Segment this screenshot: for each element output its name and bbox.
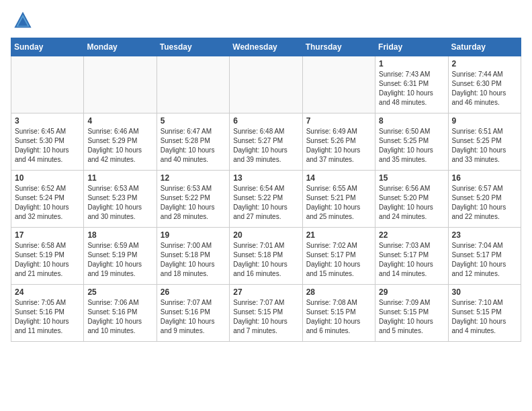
day-number: 30 (452, 287, 517, 297)
calendar-cell: 29Sunrise: 7:09 AM Sunset: 5:15 PM Dayli… (375, 285, 448, 342)
day-info: Sunrise: 7:01 AM Sunset: 5:18 PM Dayligh… (233, 241, 298, 279)
day-info: Sunrise: 6:58 AM Sunset: 5:19 PM Dayligh… (15, 241, 80, 279)
day-number: 7 (306, 116, 371, 126)
day-number: 16 (452, 173, 517, 183)
calendar-cell: 2Sunrise: 7:44 AM Sunset: 6:30 PM Daylig… (448, 56, 521, 113)
day-info: Sunrise: 7:05 AM Sunset: 5:16 PM Dayligh… (15, 298, 80, 336)
day-info: Sunrise: 7:07 AM Sunset: 5:16 PM Dayligh… (161, 298, 226, 336)
calendar-cell (302, 56, 375, 113)
page-header (11, 11, 521, 32)
calendar-cell: 10Sunrise: 6:52 AM Sunset: 5:24 PM Dayli… (11, 171, 84, 228)
calendar-cell (157, 56, 229, 113)
calendar-cell: 26Sunrise: 7:07 AM Sunset: 5:16 PM Dayli… (157, 285, 229, 342)
calendar-cell (11, 56, 84, 113)
calendar-cell: 7Sunrise: 6:49 AM Sunset: 5:26 PM Daylig… (302, 113, 375, 171)
day-number: 15 (379, 173, 444, 183)
calendar-header: SundayMondayTuesdayWednesdayThursdayFrid… (11, 38, 521, 56)
calendar-week-0: 1Sunrise: 7:43 AM Sunset: 6:31 PM Daylig… (11, 56, 521, 113)
calendar-cell: 16Sunrise: 6:57 AM Sunset: 5:20 PM Dayli… (448, 171, 521, 228)
day-number: 2 (452, 59, 517, 68)
day-info: Sunrise: 6:45 AM Sunset: 5:30 PM Dayligh… (15, 127, 80, 165)
calendar-week-1: 3Sunrise: 6:45 AM Sunset: 5:30 PM Daylig… (11, 113, 521, 171)
day-info: Sunrise: 7:00 AM Sunset: 5:18 PM Dayligh… (161, 241, 226, 279)
day-info: Sunrise: 7:08 AM Sunset: 5:15 PM Dayligh… (306, 298, 371, 336)
day-number: 20 (233, 230, 298, 240)
calendar-body: 1Sunrise: 7:43 AM Sunset: 6:31 PM Daylig… (11, 56, 521, 342)
weekday-header-sunday: Sunday (11, 38, 84, 56)
day-info: Sunrise: 6:50 AM Sunset: 5:25 PM Dayligh… (379, 127, 444, 165)
calendar-cell: 23Sunrise: 7:04 AM Sunset: 5:17 PM Dayli… (448, 228, 521, 285)
calendar-cell: 12Sunrise: 6:53 AM Sunset: 5:22 PM Dayli… (157, 171, 229, 228)
logo (11, 11, 32, 32)
day-number: 21 (306, 230, 371, 240)
day-number: 10 (15, 173, 80, 183)
calendar-cell: 5Sunrise: 6:47 AM Sunset: 5:28 PM Daylig… (157, 113, 229, 171)
calendar-cell: 17Sunrise: 6:58 AM Sunset: 5:19 PM Dayli… (11, 228, 84, 285)
calendar-cell: 24Sunrise: 7:05 AM Sunset: 5:16 PM Dayli… (11, 285, 84, 342)
calendar-cell: 13Sunrise: 6:54 AM Sunset: 5:22 PM Dayli… (230, 171, 302, 228)
weekday-header-friday: Friday (375, 38, 448, 56)
day-info: Sunrise: 6:48 AM Sunset: 5:27 PM Dayligh… (233, 127, 298, 165)
day-info: Sunrise: 7:44 AM Sunset: 6:30 PM Dayligh… (452, 70, 517, 107)
calendar-cell: 22Sunrise: 7:03 AM Sunset: 5:17 PM Dayli… (375, 228, 448, 285)
day-info: Sunrise: 7:04 AM Sunset: 5:17 PM Dayligh… (452, 241, 517, 279)
day-number: 13 (233, 173, 298, 183)
calendar-cell: 11Sunrise: 6:53 AM Sunset: 5:23 PM Dayli… (84, 171, 157, 228)
day-info: Sunrise: 7:03 AM Sunset: 5:17 PM Dayligh… (379, 241, 444, 279)
day-info: Sunrise: 6:53 AM Sunset: 5:23 PM Dayligh… (87, 184, 152, 222)
day-number: 29 (379, 287, 444, 297)
weekday-header-wednesday: Wednesday (230, 38, 302, 56)
day-number: 12 (161, 173, 226, 183)
weekday-header-saturday: Saturday (448, 38, 521, 56)
day-info: Sunrise: 6:47 AM Sunset: 5:28 PM Dayligh… (161, 127, 226, 165)
day-number: 9 (452, 116, 517, 126)
day-info: Sunrise: 6:49 AM Sunset: 5:26 PM Dayligh… (306, 127, 371, 165)
day-number: 11 (87, 173, 152, 183)
day-info: Sunrise: 6:55 AM Sunset: 5:21 PM Dayligh… (306, 184, 371, 222)
calendar-cell: 9Sunrise: 6:51 AM Sunset: 5:25 PM Daylig… (448, 113, 521, 171)
day-number: 8 (379, 116, 444, 126)
day-info: Sunrise: 6:46 AM Sunset: 5:29 PM Dayligh… (87, 127, 152, 165)
day-number: 22 (379, 230, 444, 240)
day-info: Sunrise: 7:02 AM Sunset: 5:17 PM Dayligh… (306, 241, 371, 279)
day-number: 17 (15, 230, 80, 240)
day-info: Sunrise: 7:09 AM Sunset: 5:15 PM Dayligh… (379, 298, 444, 336)
weekday-header-monday: Monday (84, 38, 157, 56)
day-number: 24 (15, 287, 80, 297)
calendar-cell: 19Sunrise: 7:00 AM Sunset: 5:18 PM Dayli… (157, 228, 229, 285)
calendar-cell (230, 56, 302, 113)
day-info: Sunrise: 7:43 AM Sunset: 6:31 PM Dayligh… (379, 70, 444, 107)
day-number: 3 (15, 116, 80, 126)
calendar-week-2: 10Sunrise: 6:52 AM Sunset: 5:24 PM Dayli… (11, 171, 521, 228)
calendar-cell (84, 56, 157, 113)
day-info: Sunrise: 7:10 AM Sunset: 5:15 PM Dayligh… (452, 298, 517, 336)
calendar-week-4: 24Sunrise: 7:05 AM Sunset: 5:16 PM Dayli… (11, 285, 521, 342)
weekday-header-tuesday: Tuesday (157, 38, 229, 56)
day-number: 5 (161, 116, 226, 126)
calendar-cell: 28Sunrise: 7:08 AM Sunset: 5:15 PM Dayli… (302, 285, 375, 342)
day-number: 19 (161, 230, 226, 240)
weekday-header-thursday: Thursday (302, 38, 375, 56)
day-info: Sunrise: 6:54 AM Sunset: 5:22 PM Dayligh… (233, 184, 298, 222)
calendar-cell: 25Sunrise: 7:06 AM Sunset: 5:16 PM Dayli… (84, 285, 157, 342)
day-number: 25 (87, 287, 152, 297)
day-info: Sunrise: 6:57 AM Sunset: 5:20 PM Dayligh… (452, 184, 517, 222)
day-info: Sunrise: 6:52 AM Sunset: 5:24 PM Dayligh… (15, 184, 80, 222)
day-number: 14 (306, 173, 371, 183)
calendar-cell: 30Sunrise: 7:10 AM Sunset: 5:15 PM Dayli… (448, 285, 521, 342)
day-number: 23 (452, 230, 517, 240)
calendar-cell: 4Sunrise: 6:46 AM Sunset: 5:29 PM Daylig… (84, 113, 157, 171)
day-number: 28 (306, 287, 371, 297)
calendar-cell: 18Sunrise: 6:59 AM Sunset: 5:19 PM Dayli… (84, 228, 157, 285)
calendar-cell: 21Sunrise: 7:02 AM Sunset: 5:17 PM Dayli… (302, 228, 375, 285)
calendar-table: SundayMondayTuesdayWednesdayThursdayFrid… (11, 38, 521, 342)
calendar-week-3: 17Sunrise: 6:58 AM Sunset: 5:19 PM Dayli… (11, 228, 521, 285)
calendar-cell: 15Sunrise: 6:56 AM Sunset: 5:20 PM Dayli… (375, 171, 448, 228)
day-info: Sunrise: 7:06 AM Sunset: 5:16 PM Dayligh… (87, 298, 152, 336)
calendar-cell: 6Sunrise: 6:48 AM Sunset: 5:27 PM Daylig… (230, 113, 302, 171)
calendar-cell: 8Sunrise: 6:50 AM Sunset: 5:25 PM Daylig… (375, 113, 448, 171)
day-info: Sunrise: 6:51 AM Sunset: 5:25 PM Dayligh… (452, 127, 517, 165)
day-info: Sunrise: 6:56 AM Sunset: 5:20 PM Dayligh… (379, 184, 444, 222)
day-info: Sunrise: 6:59 AM Sunset: 5:19 PM Dayligh… (87, 241, 152, 279)
weekday-header-row: SundayMondayTuesdayWednesdayThursdayFrid… (11, 38, 521, 56)
